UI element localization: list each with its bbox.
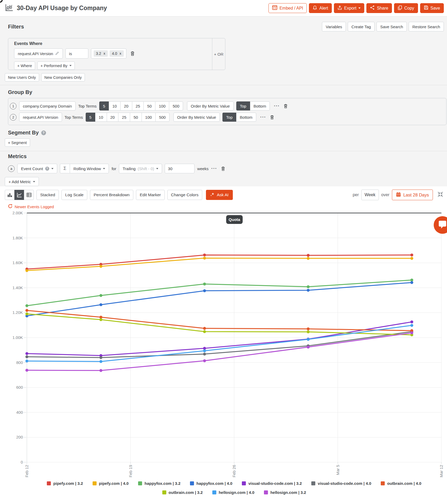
help-icon[interactable]: ?: [41, 130, 46, 135]
data-point[interactable]: [203, 253, 206, 256]
delete-group-by-button[interactable]: [282, 104, 289, 109]
filter-operator-select[interactable]: is: [65, 48, 88, 59]
data-point[interactable]: [203, 353, 206, 355]
segment-option-5[interactable]: 5: [99, 101, 109, 110]
data-point[interactable]: [26, 355, 28, 358]
data-point[interactable]: [203, 289, 206, 292]
add-performed-by-button[interactable]: + Performed By: [37, 62, 75, 70]
delete-group-by-button[interactable]: [269, 115, 275, 120]
segment-option-100[interactable]: 100: [142, 113, 156, 122]
data-point[interactable]: [100, 356, 102, 359]
alert-button[interactable]: Alert: [309, 3, 332, 13]
data-point[interactable]: [26, 369, 28, 372]
data-point[interactable]: [307, 257, 310, 260]
collapse-icon[interactable]: [437, 191, 444, 199]
segment-option-top[interactable]: Top: [236, 101, 250, 110]
order-by-metric-button[interactable]: Order By Metric Value: [187, 101, 233, 110]
data-point[interactable]: [26, 304, 28, 307]
segment-option-10[interactable]: 10: [95, 113, 107, 122]
segment-option-20[interactable]: 20: [107, 113, 119, 122]
data-point[interactable]: [203, 327, 206, 330]
create-tag-button[interactable]: Create Tag: [348, 22, 375, 31]
add-segment-button[interactable]: + Segment: [5, 138, 30, 147]
new-users-only-button[interactable]: New Users Only: [5, 73, 39, 81]
restore-search-button[interactable]: Restore Search: [409, 22, 444, 31]
date-range-button[interactable]: Last 28 Days: [392, 190, 433, 200]
segment-option-100[interactable]: 100: [155, 101, 169, 110]
legend-item[interactable]: hellosign.com | 4.0: [212, 490, 254, 495]
filter-value-chip[interactable]: 4.0x: [110, 50, 124, 57]
segment-option-10[interactable]: 10: [109, 101, 121, 110]
newer-events-notice[interactable]: Newer Events Logged: [8, 204, 447, 209]
legend-item[interactable]: visual-studio-code.com | 4.0: [311, 481, 371, 486]
copy-button[interactable]: Copy: [394, 3, 418, 13]
data-point[interactable]: [307, 327, 310, 330]
group-field-button[interactable]: request.API Version: [19, 113, 62, 122]
data-point[interactable]: [203, 282, 206, 285]
segment-option-bottom[interactable]: Bottom: [250, 101, 270, 110]
aggregation-select-button[interactable]: Rolling Window: [70, 164, 109, 173]
legend-item[interactable]: hellosign.com | 3.2: [264, 490, 306, 495]
segment-option-bottom[interactable]: Bottom: [236, 113, 256, 122]
legend-item[interactable]: visual-studio-code.com | 3.2: [242, 481, 302, 486]
data-point[interactable]: [26, 313, 28, 315]
delete-metric-button[interactable]: [220, 166, 226, 171]
delete-filter-button[interactable]: [129, 51, 136, 56]
data-point[interactable]: [203, 349, 206, 352]
change-colors-button[interactable]: Change Colors: [167, 190, 202, 200]
data-point[interactable]: [410, 321, 413, 323]
data-point[interactable]: [307, 254, 310, 257]
order-by-metric-button[interactable]: Order By Metric Value: [173, 113, 220, 122]
data-point[interactable]: [307, 330, 310, 333]
remove-chip-icon[interactable]: x: [119, 52, 121, 55]
metric-select-button[interactable]: Event Count ?: [17, 164, 57, 173]
data-point[interactable]: [203, 347, 206, 350]
remove-chip-icon[interactable]: x: [104, 52, 105, 55]
data-point[interactable]: [26, 269, 28, 272]
legend-item[interactable]: outbrain.com | 3.2: [162, 490, 203, 495]
segment-option-500[interactable]: 500: [155, 113, 169, 122]
stacked-button[interactable]: Stacked: [36, 190, 59, 200]
legend-item[interactable]: happyfox.com | 4.0: [190, 481, 232, 486]
data-point[interactable]: [410, 281, 413, 284]
data-point[interactable]: [410, 331, 413, 334]
data-point[interactable]: [100, 303, 102, 306]
line-chart-tab[interactable]: [14, 190, 24, 200]
add-where-button[interactable]: + Where: [14, 62, 35, 70]
segment-option-50[interactable]: 50: [143, 101, 155, 110]
window-value-input[interactable]: [165, 164, 194, 173]
data-point[interactable]: [410, 253, 413, 256]
data-point[interactable]: [100, 294, 102, 297]
share-button[interactable]: Share: [366, 3, 392, 13]
legend-item[interactable]: happyfox.com | 3.2: [138, 481, 180, 486]
data-point[interactable]: [410, 278, 413, 281]
data-point[interactable]: [100, 265, 102, 268]
log-scale-button[interactable]: Log Scale: [61, 190, 87, 200]
segment-option-25[interactable]: 25: [132, 101, 144, 110]
bar-chart-tab[interactable]: [5, 190, 15, 200]
group-field-button[interactable]: company.Company Domain: [19, 101, 76, 110]
legend-item[interactable]: pipefy.com | 3.2: [47, 481, 83, 486]
more-options-icon[interactable]: ···: [211, 167, 217, 170]
embed-api-button[interactable]: Embed / API: [268, 3, 307, 13]
new-companies-only-button[interactable]: New Companies Only: [41, 73, 85, 81]
filter-values-box[interactable]: 3.2x4.0x: [91, 48, 126, 59]
segment-option-5[interactable]: 5: [86, 113, 95, 122]
data-point[interactable]: [203, 330, 206, 333]
data-point[interactable]: [100, 369, 102, 372]
add-metric-button[interactable]: + Add Metric: [5, 177, 39, 186]
segment-option-25[interactable]: 25: [118, 113, 130, 122]
data-point[interactable]: [100, 360, 102, 363]
data-point[interactable]: [307, 289, 310, 292]
data-point[interactable]: [203, 257, 206, 260]
export-button[interactable]: Export: [334, 3, 364, 13]
data-point[interactable]: [100, 318, 102, 321]
window-type-button[interactable]: Trailing (Shift - 0): [119, 164, 162, 173]
segment-option-500[interactable]: 500: [169, 101, 183, 110]
data-point[interactable]: [410, 257, 413, 260]
data-point[interactable]: [203, 359, 206, 362]
segment-option-20[interactable]: 20: [120, 101, 132, 110]
data-point[interactable]: [307, 285, 310, 288]
edit-marker-button[interactable]: Edit Marker: [136, 190, 164, 200]
interval-select-button[interactable]: Week: [361, 190, 379, 200]
